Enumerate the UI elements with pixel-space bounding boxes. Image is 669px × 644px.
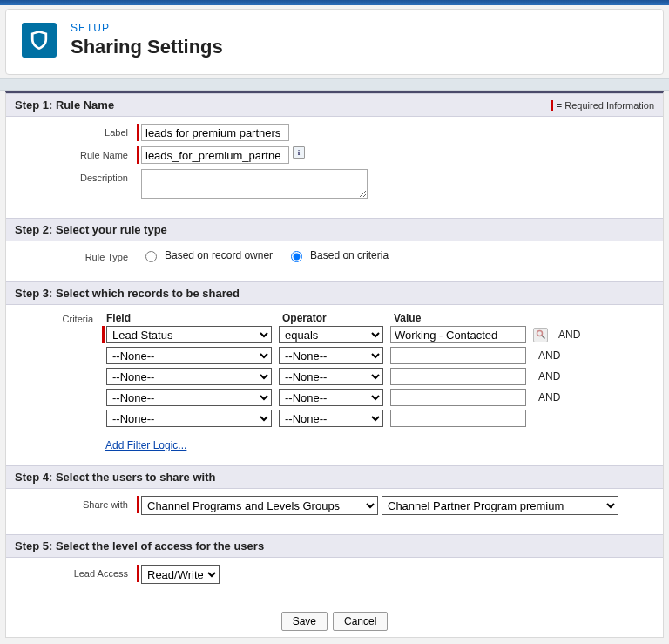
step1-title: Step 1: Rule Name <box>15 98 114 112</box>
criteria-operator-select[interactable]: --None-- <box>279 389 383 406</box>
and-text: AND <box>538 391 560 403</box>
leadaccess-field-label: Lead Access <box>15 565 137 579</box>
criteria-field-select[interactable]: --None-- <box>106 389 272 406</box>
criteria-col-value: Value <box>394 312 537 324</box>
svg-point-0 <box>537 331 542 336</box>
required-info-note: = Required Information <box>551 100 654 111</box>
step3-title: Step 3: Select which records to be share… <box>15 287 240 300</box>
required-marker-icon <box>551 100 553 111</box>
required-bar <box>137 146 139 164</box>
label-input[interactable] <box>141 124 289 141</box>
cancel-button[interactable]: Cancel <box>333 612 388 631</box>
step1-body: Label Rule Name i Description <box>6 117 663 218</box>
step3-body: Criteria Field Operator Value Lead Statu… <box>6 305 663 465</box>
required-bar <box>137 124 139 141</box>
description-field-label: Description <box>15 169 137 183</box>
step5-header: Step 5: Select the level of access for t… <box>6 534 663 558</box>
info-icon[interactable]: i <box>293 146 305 159</box>
ruletype-criteria-radio[interactable] <box>291 251 302 262</box>
lookup-icon[interactable] <box>533 328 548 342</box>
criteria-row: Lead StatusequalsAND <box>102 326 654 343</box>
criteria-field-select[interactable]: --None-- <box>106 410 272 427</box>
criteria-field-select[interactable]: Lead Status <box>106 326 272 343</box>
criteria-value-input[interactable] <box>390 389 526 406</box>
criteria-value-input[interactable] <box>390 347 526 364</box>
criteria-operator-select[interactable]: --None-- <box>279 410 383 427</box>
required-info-text: = Required Information <box>557 100 654 111</box>
sharewith-category-select[interactable]: Channel Programs and Levels Groups <box>141 496 378 515</box>
criteria-col-field: Field <box>106 312 282 324</box>
save-button[interactable]: Save <box>281 612 328 631</box>
criteria-operator-select[interactable]: equals <box>279 326 383 343</box>
criteria-row: --None----None--AND <box>102 368 654 385</box>
ruletype-owner-radio[interactable] <box>145 251 157 262</box>
decorative-band <box>0 78 669 91</box>
criteria-row: --None----None-- <box>102 410 654 427</box>
criteria-row: --None----None--AND <box>102 347 654 364</box>
ruletype-field-label: Rule Type <box>15 248 137 262</box>
page-title: Sharing Settings <box>71 36 223 58</box>
rulename-input[interactable] <box>141 146 289 164</box>
step4-header: Step 4: Select the users to share with <box>6 465 663 489</box>
criteria-operator-select[interactable]: --None-- <box>279 368 383 385</box>
criteria-col-operator: Operator <box>282 312 394 324</box>
leadaccess-select[interactable]: Read/Write <box>141 565 220 584</box>
criteria-value-input[interactable] <box>390 326 526 343</box>
criteria-value-input[interactable] <box>390 368 526 385</box>
label-field-label: Label <box>15 124 137 138</box>
page-header-card: SETUP Sharing Settings <box>5 9 664 75</box>
main-panel: Step 1: Rule Name = Required Information… <box>5 91 664 638</box>
ruletype-owner-label: Based on record owner <box>165 249 273 261</box>
criteria-label: Criteria <box>15 312 102 324</box>
and-text: AND <box>558 329 580 341</box>
sharewith-field-label: Share with <box>15 496 137 510</box>
step2-title: Step 2: Select your rule type <box>15 223 167 236</box>
ruletype-criteria-label: Based on criteria <box>310 249 389 261</box>
step3-header: Step 3: Select which records to be share… <box>6 281 663 305</box>
criteria-table: Field Operator Value Lead StatusequalsAN… <box>102 312 654 451</box>
header-eyebrow: SETUP <box>71 22 223 34</box>
step5-title: Step 5: Select the level of access for t… <box>15 539 264 552</box>
step4-body: Share with Channel Programs and Levels G… <box>6 489 663 534</box>
step2-body: Rule Type Based on record owner Based on… <box>6 241 663 281</box>
step4-title: Step 4: Select the users to share with <box>15 471 215 484</box>
criteria-value-input[interactable] <box>390 410 526 427</box>
add-filter-logic-link[interactable]: Add Filter Logic... <box>105 439 186 451</box>
button-row: Save Cancel <box>6 603 663 638</box>
criteria-field-select[interactable]: --None-- <box>106 368 272 385</box>
criteria-operator-select[interactable]: --None-- <box>279 347 383 364</box>
svg-line-1 <box>541 336 544 339</box>
sharewith-value-select[interactable]: Channel Partner Program premium <box>382 496 618 515</box>
and-text: AND <box>538 370 560 383</box>
required-bar <box>137 496 139 513</box>
top-brand-bar <box>0 0 669 5</box>
description-input[interactable] <box>141 169 368 199</box>
step5-body: Lead Access Read/Write <box>6 558 663 603</box>
required-bar <box>137 565 139 582</box>
step2-header: Step 2: Select your rule type <box>6 218 663 241</box>
criteria-row: --None----None--AND <box>102 389 654 406</box>
step1-header: Step 1: Rule Name = Required Information <box>6 93 663 117</box>
shield-icon <box>22 23 57 58</box>
required-bar <box>102 326 105 343</box>
criteria-field-select[interactable]: --None-- <box>106 347 272 364</box>
rulename-field-label: Rule Name <box>15 146 137 160</box>
and-text: AND <box>538 349 560 362</box>
